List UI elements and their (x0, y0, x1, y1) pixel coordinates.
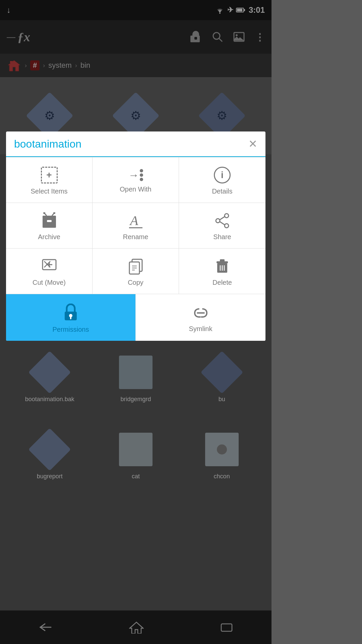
svg-rect-12 (43, 218, 56, 228)
modal-dialog: bootanimation ✕ + Select Items → Open Wi… (6, 131, 265, 341)
copy-icon (127, 258, 144, 275)
cut-icon (41, 258, 58, 275)
rename-label: Rename (123, 233, 148, 241)
modal-title: bootanimation (14, 138, 81, 150)
details-label: Details (212, 187, 232, 195)
symlink-icon (192, 304, 209, 321)
svg-rect-14 (47, 220, 52, 222)
select-items-label: Select Items (31, 187, 67, 195)
cut-move-label: Cut (Move) (33, 279, 66, 286)
copy-button[interactable]: Copy (93, 249, 179, 294)
select-items-icon: + (41, 167, 58, 183)
archive-icon (41, 212, 58, 229)
delete-icon (214, 258, 231, 275)
svg-rect-13 (43, 216, 56, 219)
svg-point-21 (225, 214, 229, 218)
open-with-icon: → (128, 169, 143, 181)
share-button[interactable]: Share (179, 203, 265, 249)
cut-move-button[interactable]: Cut (Move) (6, 249, 93, 294)
permissions-icon (62, 304, 79, 322)
svg-text:A: A (129, 213, 138, 228)
svg-line-25 (220, 222, 225, 225)
share-label: Share (213, 233, 231, 241)
modal-last-row: Permissions Symlink (6, 294, 265, 341)
delete-button[interactable]: Delete (179, 249, 265, 294)
rename-button[interactable]: A Rename (93, 203, 179, 249)
open-with-button[interactable]: → Open With (93, 157, 179, 203)
modal-grid: + Select Items → Open With i Details (6, 157, 265, 294)
permissions-label: Permissions (53, 326, 89, 333)
share-icon (214, 212, 231, 229)
modal-close-button[interactable]: ✕ (248, 138, 257, 150)
svg-point-23 (216, 219, 220, 223)
svg-rect-38 (220, 259, 225, 262)
modal-header: bootanimation ✕ (6, 131, 265, 157)
details-icon: i (214, 167, 231, 183)
permissions-button[interactable]: Permissions (6, 294, 136, 341)
svg-rect-44 (70, 317, 71, 319)
select-items-button[interactable]: + Select Items (6, 157, 93, 203)
symlink-button[interactable]: Symlink (136, 294, 265, 341)
rename-icon: A (127, 212, 144, 229)
svg-point-22 (225, 224, 229, 228)
archive-label: Archive (38, 233, 60, 241)
archive-button[interactable]: Archive (6, 203, 93, 249)
open-with-label: Open With (120, 185, 151, 193)
details-button[interactable]: i Details (179, 157, 265, 203)
symlink-label: Symlink (189, 325, 212, 333)
delete-label: Delete (213, 279, 232, 286)
svg-line-24 (220, 217, 225, 220)
copy-label: Copy (128, 279, 143, 286)
